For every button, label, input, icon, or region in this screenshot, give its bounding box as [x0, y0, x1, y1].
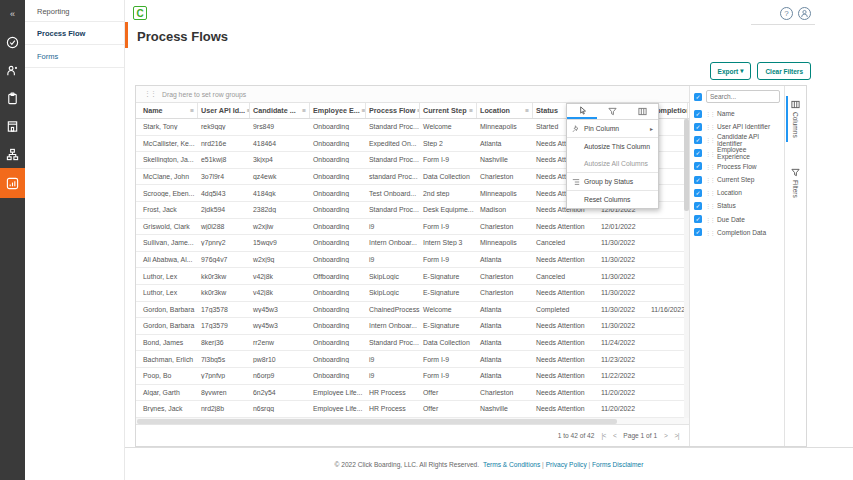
- help-icon[interactable]: ?: [780, 7, 793, 20]
- drag-handle-icon[interactable]: ⋮⋮: [705, 189, 714, 196]
- table-cell: Onboarding: [310, 289, 366, 296]
- column-header-4[interactable]: Employee E...≡: [310, 103, 366, 118]
- prev-page-button[interactable]: <: [613, 432, 616, 439]
- column-header-5[interactable]: Process Flow≡: [366, 103, 420, 118]
- drag-handle-icon[interactable]: ⋮⋮: [705, 229, 714, 236]
- column-checkbox[interactable]: ✓: [694, 189, 702, 197]
- column-checkbox[interactable]: ✓: [694, 162, 702, 170]
- table-cell: i9: [366, 356, 420, 363]
- side-tab-filters[interactable]: Filters: [785, 164, 806, 202]
- column-menu-icon[interactable]: ≡: [190, 107, 194, 114]
- column-panel-item-current-step[interactable]: ✓⋮⋮Current Step: [694, 173, 780, 186]
- column-checkbox[interactable]: ✓: [694, 215, 702, 223]
- table-row[interactable]: Sullivan, Jame...y7pnry215wqv9Onboarding…: [136, 235, 689, 252]
- footer-link-forms-disclaimer[interactable]: Forms Disclaimer: [592, 461, 643, 468]
- column-checkbox[interactable]: ✓: [694, 110, 702, 118]
- column-header-1[interactable]: Name≡: [140, 103, 198, 118]
- last-page-button[interactable]: >|: [674, 432, 679, 439]
- filter-icon: [791, 168, 800, 177]
- vertical-scrollbar[interactable]: [684, 119, 689, 418]
- column-checkbox[interactable]: ✓: [694, 123, 702, 131]
- drag-handle-icon[interactable]: ⋮⋮: [705, 216, 714, 223]
- sidebar-item-forms[interactable]: Forms: [25, 45, 124, 68]
- drag-handle-icon[interactable]: ⋮⋮: [705, 176, 714, 183]
- first-page-button[interactable]: |<: [601, 432, 606, 439]
- reports-icon[interactable]: [0, 168, 25, 198]
- column-checkbox[interactable]: ✓: [694, 136, 702, 144]
- menu-item-group-by-status[interactable]: Group by Status: [567, 173, 658, 190]
- drag-handle-icon[interactable]: ⋮⋮: [705, 163, 714, 170]
- column-panel-item-location[interactable]: ✓⋮⋮Location: [694, 186, 780, 199]
- column-panel-item-candidate-api-identifier[interactable]: ✓⋮⋮Candidate API Identifier: [694, 133, 780, 146]
- table-row[interactable]: Bachman, Erlich7l3bg5spw8r10Onboardingi9…: [136, 351, 689, 368]
- table-cell: 11/30/2022: [598, 239, 648, 246]
- column-checkbox[interactable]: ✓: [694, 176, 702, 184]
- column-checkbox[interactable]: ✓: [694, 228, 702, 236]
- column-panel-item-employee-experience[interactable]: ✓⋮⋮Employee Experience: [694, 147, 780, 160]
- column-panel-item-status[interactable]: ✓⋮⋮Status: [694, 199, 780, 212]
- table-cell: Form I-9: [420, 156, 477, 163]
- drag-handle-icon[interactable]: ⋮⋮: [705, 150, 714, 157]
- table-cell: Standard Proc...: [366, 339, 420, 346]
- column-menu-icon[interactable]: ≡: [302, 107, 306, 114]
- table-row[interactable]: Algar, Garth8yvwren6n2y54Employee Life..…: [136, 385, 689, 402]
- tab-columns[interactable]: [628, 104, 658, 119]
- next-page-button[interactable]: >: [664, 432, 667, 439]
- column-panel-item-completion-data[interactable]: ✓⋮⋮Completion Data: [694, 226, 780, 239]
- column-panel-item-name[interactable]: ✓⋮⋮Name: [694, 107, 780, 120]
- org-chart-icon[interactable]: [0, 140, 25, 168]
- horizontal-scrollbar[interactable]: [136, 418, 689, 425]
- drag-handle-icon[interactable]: ⋮⋮: [705, 123, 714, 130]
- drag-handle-icon[interactable]: ⋮⋮: [705, 136, 714, 143]
- drag-handle-icon[interactable]: ⋮⋮: [705, 110, 714, 117]
- column-menu-icon[interactable]: ≡: [525, 107, 529, 114]
- side-tab-columns[interactable]: Columns: [785, 96, 806, 142]
- vertical-scrollbar-thumb[interactable]: [684, 119, 689, 211]
- menu-item-pin-column[interactable]: Pin Column▸: [567, 120, 658, 137]
- table-row[interactable]: Gordon, Barbara17g3578wy45w3OnboardingCh…: [136, 302, 689, 319]
- column-header-3[interactable]: Candidate ...≡: [250, 103, 310, 118]
- row-group-dropzone[interactable]: ⋮⋮ Drag here to set row groups: [136, 86, 689, 103]
- tasks-icon[interactable]: [0, 28, 25, 56]
- table-row[interactable]: Poop, Boy7pnfvpn6orp9Onboardingi9Form I-…: [136, 368, 689, 385]
- company-icon[interactable]: [0, 112, 25, 140]
- column-search-input[interactable]: [706, 90, 780, 103]
- caret-down-icon: ▾: [740, 67, 743, 75]
- column-checkbox[interactable]: ✓: [694, 149, 702, 157]
- select-all-columns-checkbox[interactable]: ✓: [694, 93, 702, 101]
- tab-filter[interactable]: [597, 104, 627, 119]
- column-header-2[interactable]: User API Id...≡: [198, 103, 250, 118]
- table-row[interactable]: Luthor, Lexkk0r3kwv42j8kOnboardingSkipLo…: [136, 285, 689, 302]
- collapse-sidebar-icon[interactable]: «: [0, 0, 25, 28]
- user-avatar-icon[interactable]: [798, 7, 811, 20]
- menu-item-reset-columns[interactable]: Reset Columns: [567, 191, 658, 208]
- people-icon[interactable]: [0, 56, 25, 84]
- drag-handle-icon[interactable]: ⋮⋮: [705, 202, 714, 209]
- footer-link-terms-conditions[interactable]: Terms & Conditions: [483, 461, 540, 468]
- table-row[interactable]: Gordon, Barbara17g3579wy45w3OnboardingIn…: [136, 318, 689, 335]
- menu-item-autosize-all-columns[interactable]: Autosize All Columns: [567, 155, 658, 172]
- table-row[interactable]: Bond, James8kerj36rr2enwOnboardingStanda…: [136, 335, 689, 352]
- table-row[interactable]: Brynes, Jacknrd2j8bn6srqqEmployee Life..…: [136, 401, 689, 418]
- clear-filters-button[interactable]: Clear Filters: [757, 62, 811, 80]
- horizontal-scrollbar-thumb[interactable]: [137, 419, 617, 424]
- export-button[interactable]: Export▾: [710, 62, 752, 80]
- menu-item-autosize-this-column[interactable]: Autosize This Column: [567, 138, 658, 155]
- column-panel-item-due-date[interactable]: ✓⋮⋮Due Date: [694, 213, 780, 226]
- table-cell: y7pnfvp: [198, 372, 250, 379]
- clipboard-icon[interactable]: [0, 84, 25, 112]
- sidebar-item-process-flow[interactable]: Process Flow: [25, 22, 124, 45]
- column-panel-item-process-flow[interactable]: ✓⋮⋮Process Flow: [694, 160, 780, 173]
- column-panel-item-user-api-identifier[interactable]: ✓⋮⋮User API Identifier: [694, 120, 780, 133]
- column-menu-icon[interactable]: ≡: [362, 107, 366, 114]
- column-checkbox[interactable]: ✓: [694, 202, 702, 210]
- table-row[interactable]: Ali Ababwa, Al...976g4v7w2xj9qOnboarding…: [136, 252, 689, 269]
- column-header-6[interactable]: Current Step≡: [420, 103, 477, 118]
- column-menu-icon[interactable]: ≡: [469, 107, 473, 114]
- table-cell: Onboarding: [310, 306, 366, 313]
- column-header-7[interactable]: Location≡: [477, 103, 533, 118]
- footer-link-privacy-policy[interactable]: Privacy Policy: [546, 461, 587, 468]
- table-row[interactable]: Luthor, Lexkk0r3kwv42j8kOffboardingSkipL…: [136, 268, 689, 285]
- table-row[interactable]: Griswold, Clarkwj0l288w2xjlwOnboardingi9…: [136, 219, 689, 236]
- tab-general[interactable]: [567, 104, 597, 119]
